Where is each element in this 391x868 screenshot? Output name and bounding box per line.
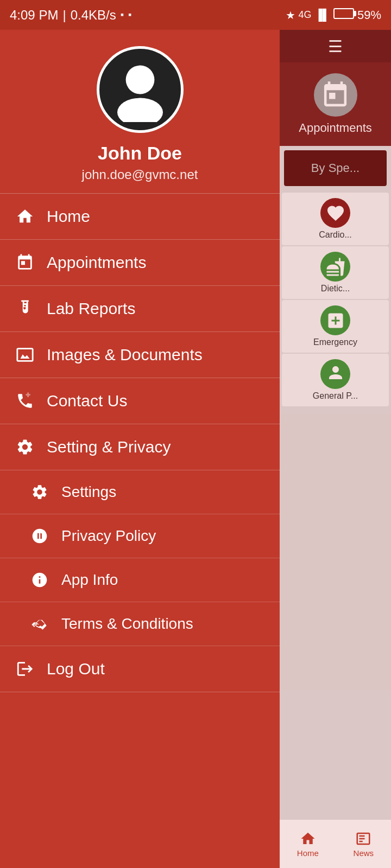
- info-icon: [30, 570, 49, 590]
- by-specialty-label: By Spe...: [311, 161, 360, 175]
- appointments-calendar-icon: [320, 80, 350, 110]
- speed-display: 0.4KB/s: [71, 8, 116, 23]
- avatar-icon: [108, 57, 173, 122]
- app-info-label: App Info: [61, 571, 118, 589]
- home-label: Home: [47, 207, 90, 226]
- sub-menu-item-app-info[interactable]: App Info: [0, 558, 280, 602]
- setting-privacy-label: Setting & Privacy: [47, 438, 171, 456]
- lab-icon: [15, 299, 35, 318]
- right-appointments-section: Appointments: [280, 62, 391, 146]
- settings-icon: [30, 482, 49, 502]
- contact-icon: [15, 391, 35, 411]
- battery-icon: [333, 8, 354, 22]
- general-label: General P...: [313, 391, 358, 401]
- profile-name: John Doe: [98, 143, 182, 164]
- bottom-nav-news[interactable]: News: [354, 831, 374, 858]
- svg-point-0: [125, 66, 154, 94]
- specialty-item-general[interactable]: General P...: [282, 354, 389, 406]
- bluetooth-icon: ★: [286, 9, 295, 22]
- menu-list: Home Appointments Lab Reports: [0, 194, 280, 868]
- signal-icon: ▐▌: [315, 9, 330, 21]
- cardio-label: Cardio...: [319, 230, 351, 240]
- lab-reports-label: Lab Reports: [47, 299, 135, 318]
- menu-item-setting-privacy[interactable]: Setting & Privacy: [0, 424, 280, 470]
- drawer: John Doe john.doe@gvmc.net Home Appointm…: [0, 30, 280, 868]
- menu-item-logout[interactable]: Log Out: [0, 646, 280, 692]
- doctor-icon: [326, 365, 345, 384]
- dietician-label: Dietic...: [321, 284, 350, 293]
- specialty-list: Cardio... Dietic... Emergency: [280, 190, 391, 819]
- menu-item-lab-reports[interactable]: Lab Reports: [0, 286, 280, 332]
- right-panel-header: ☰: [280, 30, 391, 62]
- avatar: [97, 46, 184, 133]
- contact-us-label: Contact Us: [47, 392, 127, 410]
- specialty-item-emergency[interactable]: Emergency: [282, 300, 389, 353]
- logout-label: Log Out: [47, 660, 105, 678]
- appointments-right-label: Appointments: [299, 121, 372, 135]
- profile-email: john.doe@gvmc.net: [82, 167, 198, 182]
- handshake-icon: [30, 614, 49, 634]
- logout-icon: [15, 659, 35, 679]
- emergency-cross-icon: [326, 311, 345, 330]
- sub-menu-item-settings[interactable]: Settings: [0, 470, 280, 514]
- status-bar: 4:09 PM | 0.4KB/s ▪ ▪ ★ 4G ▐▌ 59%: [0, 0, 391, 30]
- battery-percent: 59%: [357, 8, 381, 22]
- specialty-item-cardio[interactable]: Cardio...: [282, 193, 389, 245]
- sim-icon-2: ▪: [128, 9, 131, 21]
- svg-point-1: [117, 98, 163, 122]
- privacy-icon: [30, 526, 49, 546]
- status-right: ★ 4G ▐▌ 59%: [286, 8, 381, 22]
- gear-icon: [15, 437, 35, 457]
- sim-icon-1: ▪: [121, 9, 124, 21]
- cardio-icon: [320, 198, 350, 228]
- main-container: John Doe john.doe@gvmc.net Home Appointm…: [0, 30, 391, 868]
- profile-section: John Doe john.doe@gvmc.net: [0, 30, 280, 194]
- calendar-icon: [15, 253, 35, 272]
- separator: |: [62, 8, 66, 23]
- privacy-policy-label: Privacy Policy: [61, 527, 156, 545]
- svg-rect-2: [21, 300, 29, 302]
- menu-item-contact-us[interactable]: Contact Us: [0, 378, 280, 424]
- home-icon: [15, 207, 35, 226]
- news-nav-icon: [355, 831, 371, 847]
- bottom-nav-home[interactable]: Home: [297, 831, 319, 858]
- images-icon: [15, 345, 35, 365]
- sub-menu-item-privacy-policy[interactable]: Privacy Policy: [0, 514, 280, 558]
- right-panel: ☰ Appointments By Spe...: [280, 30, 391, 868]
- images-documents-label: Images & Documents: [47, 346, 203, 364]
- settings-label: Settings: [61, 483, 116, 501]
- specialty-item-dietician[interactable]: Dietic...: [282, 246, 389, 299]
- network-icon: 4G: [299, 9, 312, 21]
- heart-icon: [326, 203, 345, 223]
- terms-conditions-label: Terms & Conditions: [61, 615, 193, 633]
- news-nav-label: News: [354, 848, 374, 858]
- home-nav-icon: [300, 831, 316, 847]
- hamburger-icon: ☰: [328, 37, 343, 56]
- bottom-navigation: Home News: [280, 819, 391, 868]
- time-display: 4:09 PM: [10, 8, 58, 23]
- general-icon: [320, 359, 350, 389]
- dietician-icon: [320, 252, 350, 282]
- appointments-icon-circle: [314, 73, 357, 117]
- sub-menu-item-terms-conditions[interactable]: Terms & Conditions: [0, 602, 280, 646]
- apple-icon: [326, 257, 345, 277]
- status-left: 4:09 PM | 0.4KB/s ▪ ▪: [10, 8, 131, 23]
- emergency-label: Emergency: [313, 337, 357, 347]
- menu-item-images-documents[interactable]: Images & Documents: [0, 332, 280, 378]
- menu-item-appointments[interactable]: Appointments: [0, 240, 280, 286]
- home-nav-label: Home: [297, 848, 319, 858]
- appointments-label: Appointments: [47, 253, 146, 272]
- emergency-icon: [320, 305, 350, 335]
- menu-item-home[interactable]: Home: [0, 194, 280, 240]
- by-specialty-button[interactable]: By Spe...: [284, 150, 387, 186]
